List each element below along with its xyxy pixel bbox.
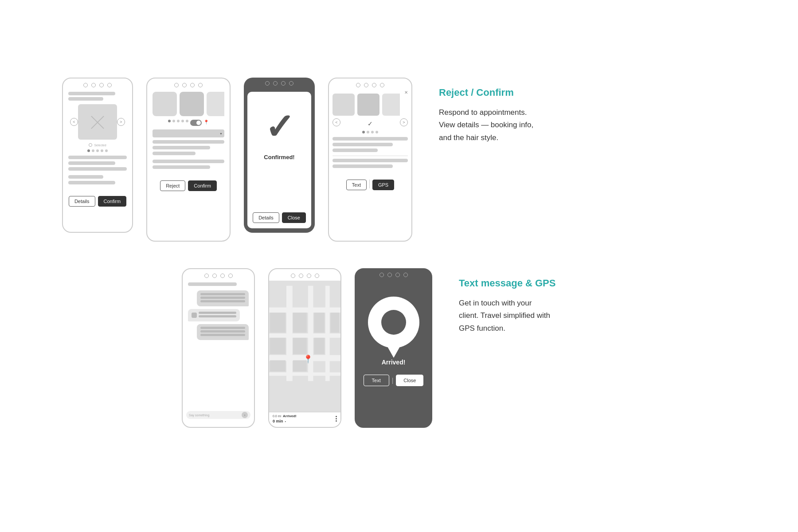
btn-row-4: Text GPS — [329, 177, 411, 192]
bottom-row: Say something › — [182, 268, 736, 428]
thumb-detail-2 — [357, 94, 379, 116]
divider-icon: | — [392, 377, 394, 384]
thumb-detail-3 — [382, 94, 400, 116]
status-dot — [307, 274, 311, 278]
svg-rect-11 — [331, 313, 340, 332]
send-button[interactable]: › — [242, 412, 248, 418]
btn-row-2: Reject Confirm — [147, 178, 230, 193]
svg-point-20 — [381, 310, 406, 335]
status-dot — [228, 274, 233, 278]
status-dot — [174, 83, 179, 87]
gps-btn-row: Text | Close — [364, 375, 424, 386]
divider — [369, 180, 370, 188]
detail-left-arrow[interactable]: < — [332, 118, 340, 126]
status-dot — [99, 83, 104, 87]
phone-7-gps: Arrived! Text | Close — [355, 268, 432, 428]
svg-text:📍: 📍 — [303, 354, 313, 364]
status-dot — [291, 274, 295, 278]
text-button-7[interactable]: Text — [364, 375, 389, 386]
status-bar-2 — [147, 78, 230, 90]
status-dot — [299, 274, 303, 278]
phone-content-2: 📍 ▼ — [147, 90, 230, 178]
status-dot — [395, 273, 400, 277]
svg-rect-13 — [293, 338, 307, 354]
text-button-4[interactable]: Text — [346, 180, 367, 190]
status-dot — [182, 83, 187, 87]
gps-arrived-text: Arrived! — [382, 359, 406, 366]
status-dot — [204, 274, 209, 278]
svg-rect-5 — [286, 286, 293, 381]
status-dot — [273, 81, 278, 86]
toggle-switch[interactable] — [190, 120, 202, 126]
map-distance: 0.0 mi — [273, 415, 281, 418]
carousel-image — [78, 104, 117, 140]
reject-button-2[interactable]: Reject — [160, 180, 185, 191]
svg-rect-15 — [270, 360, 286, 372]
detail-right-arrow[interactable]: > — [400, 118, 408, 126]
status-dot — [315, 274, 319, 278]
chat-input[interactable]: Say something › — [186, 411, 250, 419]
confirm-button-1[interactable]: Confirm — [98, 196, 127, 207]
svg-rect-4 — [269, 372, 340, 376]
main-container: < > Selected — [44, 51, 754, 481]
status-dot — [356, 83, 360, 87]
chat-bubble-1 — [197, 290, 249, 306]
gps-button-4[interactable]: GPS — [372, 180, 394, 190]
map-menu-icon[interactable] — [336, 416, 337, 422]
svg-rect-14 — [314, 338, 324, 354]
map-area: 📍 0.0 mi Arrived! 0 min • — [269, 281, 340, 425]
dots-row-2: 📍 — [153, 120, 224, 126]
status-dot — [190, 83, 195, 87]
location-icon: 📍 — [203, 120, 209, 126]
phone-6-map: 📍 0.0 mi Arrived! 0 min • — [268, 268, 341, 428]
btn-row-1: Details Confirm — [63, 193, 132, 208]
confirm-button-2[interactable]: Confirm — [188, 180, 217, 191]
status-dot — [387, 273, 392, 277]
svg-rect-1 — [269, 308, 340, 313]
section-desc-text-gps: Get in touch with your client. Travel si… — [459, 297, 555, 336]
status-dot — [107, 83, 112, 87]
status-dot — [91, 83, 96, 87]
svg-rect-6 — [308, 286, 313, 381]
status-bar-3 — [244, 78, 315, 87]
status-dot — [265, 81, 270, 86]
dots-row-4 — [332, 131, 408, 133]
status-bar-5 — [183, 269, 254, 281]
section-title-text-gps: Text message & GPS — [459, 277, 555, 290]
status-bar-1 — [63, 78, 132, 90]
radio-label: Selected — [94, 144, 106, 147]
status-dot — [220, 274, 225, 278]
close-button-7[interactable]: Close — [396, 375, 423, 386]
confirmed-text: Confirmed! — [264, 154, 294, 160]
svg-rect-10 — [314, 313, 324, 332]
status-bar-6 — [269, 269, 340, 281]
map-time: 0 min — [273, 419, 283, 423]
status-dot — [364, 83, 368, 87]
chevron-down-icon: ▼ — [219, 132, 223, 135]
chat-bubble-3 — [197, 324, 249, 340]
status-dot — [281, 81, 286, 86]
confirmed-btn-row: Details Close — [253, 212, 306, 223]
details-button-1[interactable]: Details — [69, 196, 95, 207]
image-placeholder — [89, 113, 106, 131]
top-row: < > Selected — [62, 78, 736, 242]
phone-2: 📍 ▼ Reject Confirm — [146, 78, 231, 242]
svg-rect-8 — [270, 313, 286, 332]
map-info: 0.0 mi Arrived! 0 min • — [273, 414, 297, 423]
close-button-3[interactable]: Close — [282, 212, 306, 223]
carousel-left-arrow[interactable]: < — [70, 118, 78, 126]
carousel-right-arrow[interactable]: > — [117, 118, 125, 126]
close-icon[interactable]: ✕ — [404, 90, 408, 95]
status-dot — [289, 81, 293, 86]
selected-indicator: Selected — [68, 143, 127, 147]
chat-placeholder: Say something — [189, 414, 242, 417]
thumb-2 — [180, 92, 204, 116]
gps-pin-svg — [365, 292, 422, 359]
chat-bubble-2 — [188, 309, 240, 321]
chat-content: Say something › — [183, 281, 254, 422]
text-gps-label: Text message & GPS Get in touch with you… — [446, 268, 555, 335]
details-button-3[interactable]: Details — [253, 212, 279, 223]
status-dot — [380, 83, 384, 87]
dropdown-bar[interactable]: ▼ — [153, 129, 224, 137]
status-dot — [212, 274, 217, 278]
